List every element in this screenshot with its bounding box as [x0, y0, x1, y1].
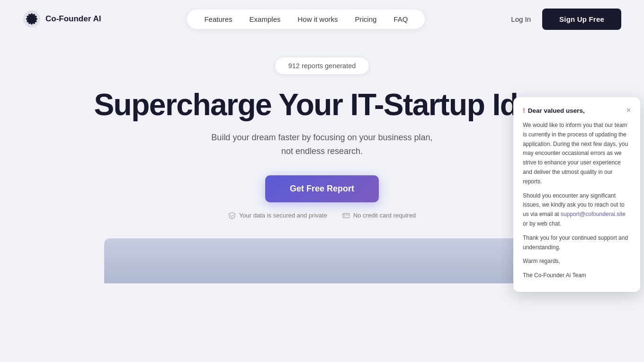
trust-items: Your data is secured and private No cred… [228, 212, 416, 219]
hero-subtitle-line2: not endless research. [281, 146, 363, 156]
nav-link-faq[interactable]: FAQ [394, 15, 408, 23]
trust-credit-text: No credit card required [353, 212, 416, 219]
modal-paragraph-2: Should you encounter any significant iss… [523, 191, 631, 229]
login-link[interactable]: Log In [511, 15, 531, 23]
svg-rect-16 [344, 216, 346, 217]
trust-item-security: Your data is secured and private [228, 212, 327, 219]
cta-button[interactable]: Get Free Report [265, 175, 379, 202]
logo-group[interactable]: Co-Founder AI [23, 10, 101, 28]
navbar: Co-Founder AI Features Examples How it w… [0, 0, 644, 38]
svg-rect-14 [343, 213, 349, 217]
exclamation-icon: ! [523, 107, 525, 114]
nav-links-container: Features Examples How it works Pricing F… [187, 9, 425, 29]
reports-badge: 912 reports generated [275, 57, 370, 75]
signup-button[interactable]: Sign Up Free [542, 9, 621, 30]
modal-header: ! Dear valued users, × [523, 107, 631, 114]
modal-paragraph-4: Warm regards, [523, 257, 631, 266]
trust-item-credit: No credit card required [342, 212, 416, 219]
preview-section [104, 238, 540, 283]
svg-point-13 [30, 18, 33, 20]
logo-icon [23, 10, 41, 28]
nav-link-examples[interactable]: Examples [250, 15, 281, 23]
modal-title: Dear valued users, [528, 107, 585, 114]
hero-subtitle-line1: Build your dream faster by focusing on y… [211, 133, 432, 142]
modal-paragraph-3: Thank you for your continued support and… [523, 234, 631, 253]
trust-security-text: Your data is secured and private [239, 212, 327, 219]
notification-modal: ! Dear valued users, × We would like to … [513, 97, 640, 292]
brand-name: Co-Founder AI [45, 14, 101, 24]
nav-right: Log In Sign Up Free [511, 9, 621, 30]
nav-link-features[interactable]: Features [204, 15, 232, 23]
hero-subtitle: Build your dream faster by focusing on y… [211, 131, 432, 158]
credit-card-icon [342, 212, 350, 219]
modal-paragraph-1: We would like to inform you that our tea… [523, 121, 631, 187]
modal-title-row: ! Dear valued users, [523, 107, 585, 114]
modal-close-button[interactable]: × [626, 107, 631, 114]
modal-paragraph-5: The Co-Founder Ai Team [523, 271, 631, 281]
email-link[interactable]: support@cofounderai.site [561, 211, 626, 217]
modal-body: We would like to inform you that our tea… [523, 121, 631, 281]
nav-link-pricing[interactable]: Pricing [355, 15, 376, 23]
shield-icon [228, 212, 236, 219]
nav-link-how-it-works[interactable]: How it works [297, 15, 338, 23]
hero-title: Supercharge Your IT-Startup Idea [94, 88, 550, 121]
